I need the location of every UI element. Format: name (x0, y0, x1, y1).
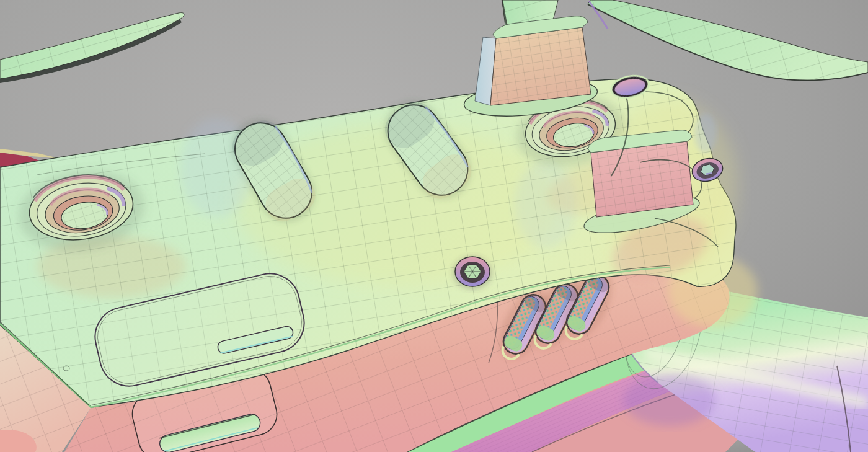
render-canvas[interactable] (0, 0, 868, 452)
3d-viewport[interactable] (0, 0, 868, 452)
hex-screw-front (453, 256, 492, 290)
